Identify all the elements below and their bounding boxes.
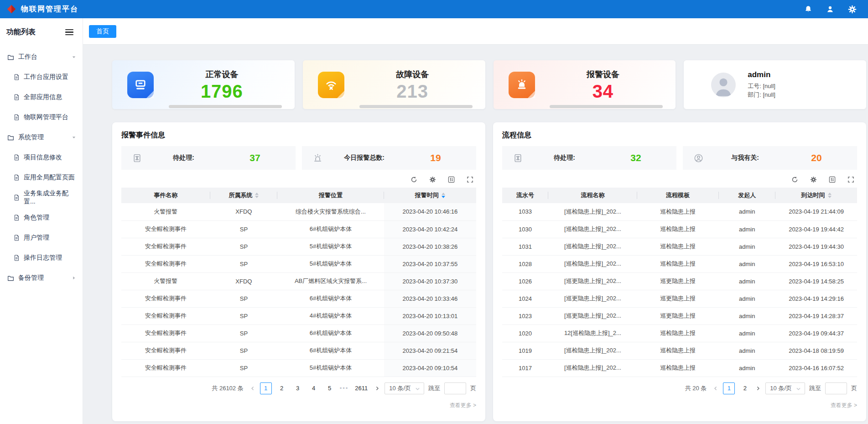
- sort-caret-icon[interactable]: [828, 193, 832, 198]
- table-row[interactable]: 安全帽检测事件SP6#机组锅炉本体2023-04-20 09:50:48: [121, 325, 476, 342]
- fullscreen-expand-icon[interactable]: [467, 176, 473, 183]
- card-scrollbar[interactable]: [169, 105, 282, 108]
- table-cell: 2023-04-20 10:42:24: [384, 220, 476, 238]
- sidebar-item-operation-log-management[interactable]: 操作日志管理: [0, 248, 83, 268]
- view-more-link[interactable]: 查看更多 >: [502, 402, 857, 409]
- user-profile-card[interactable]: admin 工号: [null] 部门: [null]: [684, 60, 866, 109]
- column-settings-icon[interactable]: [829, 176, 836, 183]
- column-header: 发起人: [719, 188, 775, 203]
- table-cell: 2023-04-19 19:44:30: [775, 238, 857, 255]
- table-row[interactable]: 1028[巡检隐患上报]_202...巡检隐患上报admin2023-04-19…: [502, 255, 857, 272]
- column-header[interactable]: 报警时间: [384, 188, 476, 203]
- alarm-table-pagination: 共 26102 条12345•••261110 条/页跳至页: [121, 382, 476, 394]
- table-row[interactable]: 1024[巡更隐患上报]_202...巡更隐患上报admin2023-04-19…: [502, 290, 857, 307]
- card-scrollbar[interactable]: [359, 105, 473, 108]
- page-button[interactable]: 2: [739, 382, 751, 394]
- page-button[interactable]: 4: [308, 382, 320, 394]
- page-button[interactable]: 1: [260, 382, 272, 394]
- sidebar-item-role-management[interactable]: 角色管理: [0, 208, 83, 228]
- sidebar-item-user-management[interactable]: 用户管理: [0, 228, 83, 248]
- normal-devices-card[interactable]: 正常设备 1796: [112, 60, 295, 109]
- table-cell: 2023-04-19 19:44:42: [775, 220, 857, 238]
- page-button[interactable]: 5: [324, 382, 336, 394]
- table-settings-gear-icon[interactable]: [810, 176, 817, 183]
- column-settings-icon[interactable]: [448, 176, 455, 183]
- notification-bell-icon[interactable]: [802, 3, 814, 15]
- view-more-link[interactable]: 查看更多 >: [121, 402, 476, 409]
- table-row[interactable]: 1019[巡检隐患上报]_202...巡检隐患上报admin2023-04-18…: [502, 342, 857, 359]
- table-row[interactable]: 安全帽检测事件SP5#机组锅炉本体2023-04-20 10:38:26: [121, 238, 476, 255]
- table-row[interactable]: 火警报警XFDQAB厂燃料区域火灾报警系...2023-04-20 10:37:…: [121, 272, 476, 290]
- jump-page-input[interactable]: [444, 382, 466, 394]
- card-scrollbar[interactable]: [550, 105, 663, 108]
- refresh-icon[interactable]: [791, 176, 798, 183]
- sort-caret-icon[interactable]: [255, 193, 259, 198]
- document-icon: [14, 174, 20, 181]
- next-page-icon[interactable]: [755, 386, 761, 391]
- sort-caret-icon[interactable]: [442, 193, 445, 198]
- sidebar-item-all-app-info[interactable]: 全部应用信息: [0, 87, 83, 107]
- page-button[interactable]: 3: [292, 382, 304, 394]
- sidebar-item-workbench-app-settings[interactable]: 工作台应用设置: [0, 67, 83, 87]
- page-size-select[interactable]: 10 条/页: [385, 382, 424, 394]
- table-row[interactable]: 安全帽检测事件SP6#机组锅炉本体2023-04-20 10:42:24: [121, 220, 476, 238]
- menu-collapse-icon[interactable]: [65, 29, 73, 35]
- pages-ellipsis[interactable]: •••: [340, 385, 349, 392]
- page-button[interactable]: 2611: [353, 382, 370, 394]
- stat-value: 19: [406, 152, 465, 163]
- fault-devices-card[interactable]: 故障设备 213: [303, 60, 485, 109]
- user-account-icon[interactable]: [824, 3, 836, 15]
- sidebar-item-business-integration-config[interactable]: 业务集成业务配置...: [0, 188, 83, 208]
- monitor-device-icon: [127, 72, 154, 98]
- table-cell: 巡检隐患上报: [637, 342, 719, 359]
- column-header[interactable]: 所属系统: [210, 188, 278, 203]
- tab-home[interactable]: 首页: [89, 25, 116, 38]
- page-button[interactable]: 2: [276, 382, 288, 394]
- sidebar-item-project-info-edit[interactable]: 项目信息修改: [0, 147, 83, 168]
- page-size-select[interactable]: 10 条/页: [765, 382, 805, 394]
- sidebar-item-app-global-config[interactable]: 应用全局配置页面: [0, 168, 83, 188]
- table-row[interactable]: 安全帽检测事件SP5#机组锅炉本体2023-04-20 10:37:55: [121, 255, 476, 272]
- table-row[interactable]: 1023[巡更隐患上报]_202...巡更隐患上报admin2023-04-19…: [502, 307, 857, 325]
- table-cell: 5#机组锅炉本体: [277, 255, 384, 272]
- sidebar-item-workbench[interactable]: 工作台: [0, 47, 83, 67]
- prev-page-icon[interactable]: [249, 386, 256, 391]
- table-row[interactable]: 1031[巡检隐患上报]_202...巡检隐患上报admin2023-04-19…: [502, 238, 857, 255]
- topbar: 物联网管理平台: [0, 0, 868, 18]
- table-cell: 巡检隐患上报: [637, 220, 719, 238]
- table-row[interactable]: 安全帽检测事件SP5#机组锅炉本体2023-04-20 09:10:54: [121, 359, 476, 377]
- table-row[interactable]: 1030[巡检隐患上报]_202...巡检隐患上报admin2023-04-19…: [502, 220, 857, 238]
- refresh-icon[interactable]: [411, 176, 417, 183]
- fullscreen-expand-icon[interactable]: [847, 176, 854, 183]
- table-row[interactable]: 安全帽检测事件SP6#机组锅炉本体2023-04-20 09:21:54: [121, 342, 476, 359]
- page-button[interactable]: 1: [723, 382, 735, 394]
- table-row[interactable]: 1026[巡更隐患上报]_202...巡更隐患上报admin2023-04-19…: [502, 272, 857, 290]
- table-row[interactable]: 1033[巡检隐患上报]_202...巡检隐患上报admin2023-04-19…: [502, 203, 857, 220]
- sidebar-item-system-management[interactable]: 系统管理: [0, 127, 83, 147]
- next-page-icon[interactable]: [374, 386, 380, 391]
- jump-page-input[interactable]: [825, 382, 847, 394]
- sidebar-item-iot-platform[interactable]: 物联网管理平台: [0, 107, 83, 127]
- table-cell: 2023-04-18 08:19:59: [775, 342, 857, 359]
- settings-gear-icon[interactable]: [846, 3, 858, 15]
- table-cell: 2023-04-20 10:33:46: [384, 290, 476, 307]
- sidebar-item-backup-management[interactable]: 备份管理: [0, 268, 83, 288]
- column-header: 流水号: [502, 188, 548, 203]
- alarm-devices-card[interactable]: 报警设备 34: [494, 60, 676, 109]
- prev-page-icon[interactable]: [712, 386, 719, 391]
- table-cell: admin: [719, 290, 775, 307]
- table-cell: 巡检隐患上报: [637, 325, 719, 342]
- table-cell: 2023-04-20 10:13:01: [384, 307, 476, 325]
- table-cell: 安全帽检测事件: [121, 325, 210, 342]
- table-row[interactable]: 1017[巡检隐患上报]_202...巡检隐患上报admin2023-04-16…: [502, 359, 857, 377]
- column-header[interactable]: 到达时间: [775, 188, 857, 203]
- table-settings-gear-icon[interactable]: [429, 176, 436, 183]
- table-row[interactable]: 安全帽检测事件SP6#机组锅炉本体2023-04-20 10:33:46: [121, 290, 476, 307]
- table-row[interactable]: 安全帽检测事件SP4#机组锅炉本体2023-04-20 10:13:01: [121, 307, 476, 325]
- sidebar: 功能列表 工作台工作台应用设置全部应用信息物联网管理平台系统管理项目信息修改应用…: [0, 18, 83, 424]
- table-cell: SP: [210, 342, 278, 359]
- table-row[interactable]: 火警报警XFDQ综合楼火灾报警系统综合...2023-04-20 10:46:1…: [121, 203, 476, 220]
- card-value: 34: [535, 82, 671, 101]
- stat-cards-row: 正常设备 1796 故障设备 213: [112, 60, 866, 109]
- table-row[interactable]: 102012[巡检隐患上报]_2...巡检隐患上报admin2023-04-19…: [502, 325, 857, 342]
